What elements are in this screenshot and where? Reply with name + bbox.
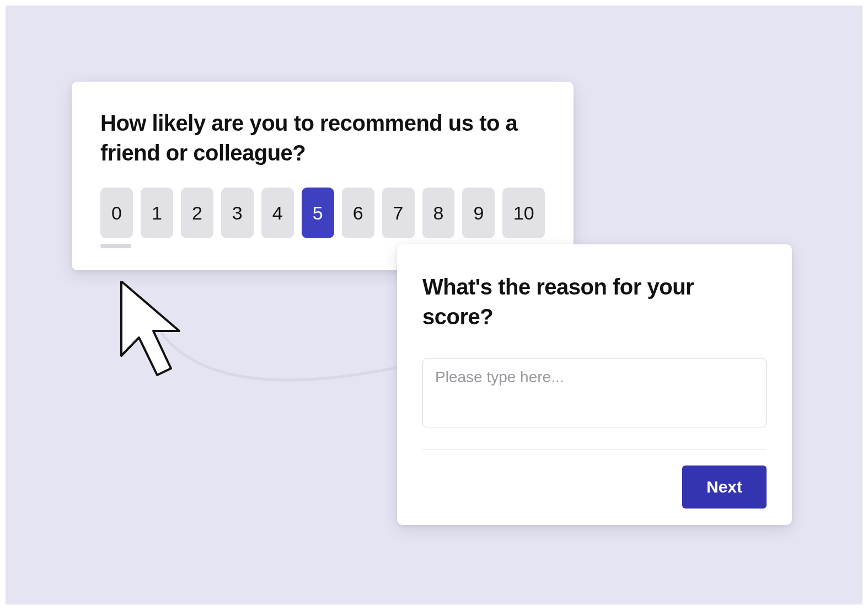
score-button-8[interactable]: 8 <box>422 188 455 238</box>
score-button-0[interactable]: 0 <box>100 188 133 238</box>
score-button-9[interactable]: 9 <box>462 188 495 238</box>
reason-card: What's the reason for your score? Next <box>397 244 792 525</box>
reason-question: What's the reason for your score? <box>422 272 767 331</box>
connector-line-icon <box>149 320 425 430</box>
reason-card-footer: Next <box>422 450 767 525</box>
cursor-arrow-icon <box>116 281 199 392</box>
reason-input[interactable] <box>422 358 767 427</box>
score-button-2[interactable]: 2 <box>181 188 213 238</box>
score-button-10[interactable]: 10 <box>502 188 545 238</box>
nps-score-row: 0 1 2 3 4 5 6 7 8 9 10 <box>100 188 545 238</box>
scale-low-indicator <box>100 244 131 248</box>
score-button-1[interactable]: 1 <box>141 188 173 238</box>
score-button-3[interactable]: 3 <box>221 188 254 238</box>
nps-card: How likely are you to recommend us to a … <box>72 82 574 270</box>
score-button-4[interactable]: 4 <box>261 188 294 238</box>
score-button-7[interactable]: 7 <box>382 188 415 238</box>
score-button-5[interactable]: 5 <box>302 188 334 238</box>
nps-question: How likely are you to recommend us to a … <box>100 108 545 168</box>
score-button-6[interactable]: 6 <box>342 188 374 238</box>
survey-canvas: How likely are you to recommend us to a … <box>6 6 862 604</box>
next-button[interactable]: Next <box>682 465 767 509</box>
